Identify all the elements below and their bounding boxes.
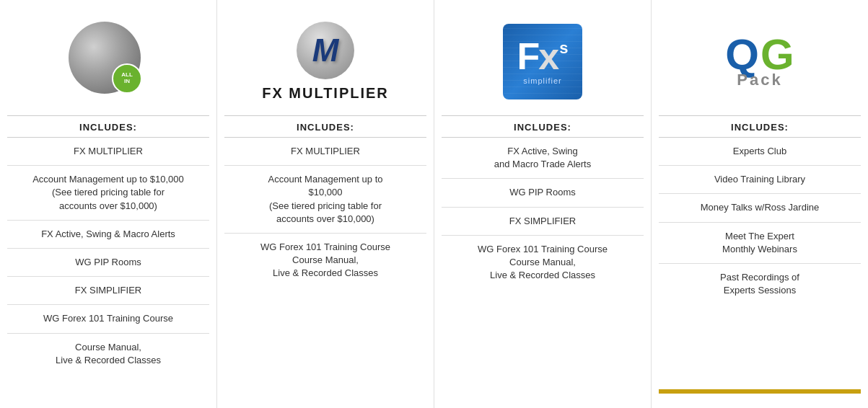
col4-feature-1: Video Training Library xyxy=(659,166,861,194)
col4-feature-3: Meet The ExpertMonthly Webinars xyxy=(659,223,861,264)
qg-bottom-bar xyxy=(659,389,861,394)
fxs-logo-area: F x s simplifier xyxy=(503,14,582,108)
fxs-f-letter: F xyxy=(517,37,540,75)
fxs-x-letter: x xyxy=(538,37,559,75)
qg-top: Q G xyxy=(725,33,794,76)
col3-feature-list: FX Active, Swingand Macro Trade Alerts W… xyxy=(442,138,644,289)
fxs-main: F x s xyxy=(517,37,569,75)
col-fx-multiplier: M FX MULTIPLIER INCLUDES: FX MULTIPLIER … xyxy=(217,0,434,408)
col3-feature-3: WG Forex 101 Training CourseCourse Manua… xyxy=(442,236,644,290)
col1-feature-3: WG PIP Rooms xyxy=(7,249,209,277)
col4-feature-4: Past Recordings ofExperts Sessions xyxy=(659,264,861,304)
col1-feature-list: FX MULTIPLIER Account Management up to $… xyxy=(7,138,209,374)
all-in-badge: ALL IN xyxy=(112,63,142,94)
col-fx-simplifier: F x s simplifier INCLUDES: FX Active, Sw… xyxy=(434,0,652,408)
col1-feature-6: Course Manual,Live & Recorded Classes xyxy=(7,334,209,374)
col-qg-pack: Q G Pack INCLUDES: Experts Club Video Tr… xyxy=(652,0,868,408)
col2-feature-0: FX MULTIPLIER xyxy=(224,138,426,166)
col2-feature-list: FX MULTIPLIER Account Management up to$1… xyxy=(224,138,426,288)
fxm-text: FX MULTIPLIER xyxy=(262,85,389,102)
fxs-sub-text: simplifier xyxy=(523,76,561,85)
fxm-logo: M FX MULTIPLIER xyxy=(262,22,389,102)
qg-logo-area: Q G Pack xyxy=(725,14,794,108)
col2-includes-header: INCLUDES: xyxy=(224,115,426,138)
col3-feature-2: FX SIMPLIFIER xyxy=(442,208,644,236)
col3-feature-0: FX Active, Swingand Macro Trade Alerts xyxy=(442,138,644,179)
fxm-icon: M xyxy=(297,22,354,79)
col1-feature-2: FX Active, Swing & Macro Alerts xyxy=(7,221,209,249)
col2-feature-2: WG Forex 101 Training CourseCourse Manua… xyxy=(224,234,426,288)
col1-includes-header: INCLUDES: xyxy=(7,115,209,138)
all-in-line2: IN xyxy=(124,79,130,85)
col1-feature-5: WG Forex 101 Training Course xyxy=(7,305,209,333)
fxs-s-letter: s xyxy=(559,40,568,56)
qg-g-letter: G xyxy=(760,33,794,76)
col4-feature-0: Experts Club xyxy=(659,138,861,166)
col1-feature-4: FX SIMPLIFIER xyxy=(7,277,209,305)
all-in-logo: ALL IN xyxy=(69,22,148,101)
col4-includes-header: INCLUDES: xyxy=(659,115,861,138)
col-all-in: ALL IN INCLUDES: FX MULTIPLIER Account M… xyxy=(0,0,217,408)
col3-feature-1: WG PIP Rooms xyxy=(442,179,644,207)
col3-includes-header: INCLUDES: xyxy=(442,115,644,138)
fxm-m-letter: M xyxy=(312,35,339,66)
qg-q-letter: Q xyxy=(725,33,759,76)
all-in-logo-area: ALL IN xyxy=(69,14,148,108)
col2-feature-1: Account Management up to$10,000(See tier… xyxy=(224,166,426,234)
qg-logo: Q G Pack xyxy=(725,33,794,89)
col1-feature-0: FX MULTIPLIER xyxy=(7,138,209,166)
comparison-table: ALL IN INCLUDES: FX MULTIPLIER Account M… xyxy=(0,0,868,408)
fxm-logo-area: M FX MULTIPLIER xyxy=(262,14,389,108)
col4-feature-list: Experts Club Video Training Library Mone… xyxy=(659,138,861,304)
fxs-logo: F x s simplifier xyxy=(503,24,582,99)
col4-feature-2: Money Talks w/Ross Jardine xyxy=(659,194,861,222)
col1-feature-1: Account Management up to $10,000(See tie… xyxy=(7,166,209,221)
qg-pack-text: Pack xyxy=(737,71,782,89)
